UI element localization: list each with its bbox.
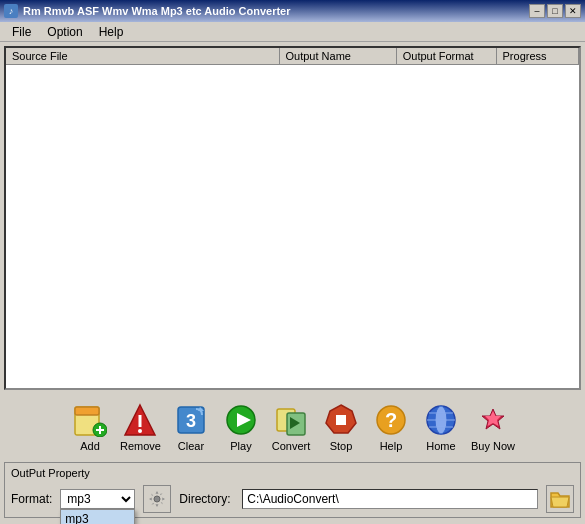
format-label: Format:: [11, 492, 52, 506]
maximize-button[interactable]: □: [547, 4, 563, 18]
clear-button[interactable]: 3 Clear: [169, 400, 213, 454]
help-icon: ?: [373, 402, 409, 438]
play-label: Play: [230, 440, 251, 452]
file-list-container: Source File Output Name Output Format Pr…: [4, 46, 581, 390]
title-bar: ♪ Rm Rmvb ASF Wmv Wma Mp3 etc Audio Conv…: [0, 0, 585, 22]
svg-text:3: 3: [186, 411, 196, 431]
close-button[interactable]: ✕: [565, 4, 581, 18]
clear-label: Clear: [178, 440, 204, 452]
svg-point-23: [154, 496, 160, 502]
output-property-title: OutPut Property: [11, 467, 574, 479]
format-select-wrapper: mp3 wav wma ogg mp3 wav wma ogg: [60, 489, 135, 509]
buynow-icon: [475, 402, 511, 438]
toolbar: Add Remove 3 Clear: [4, 394, 581, 460]
directory-input[interactable]: [242, 489, 538, 509]
remove-icon: [122, 402, 158, 438]
app-icon: ♪: [4, 4, 18, 18]
stop-icon: [323, 402, 359, 438]
remove-label: Remove: [120, 440, 161, 452]
col-source-file: Source File: [6, 48, 280, 64]
gear-button[interactable]: [143, 485, 171, 513]
svg-rect-1: [75, 407, 99, 415]
svg-text:?: ?: [385, 409, 397, 431]
col-output-format: Output Format: [397, 48, 497, 64]
convert-label: Convert: [272, 440, 311, 452]
dropdown-item-mp3[interactable]: mp3: [61, 510, 134, 524]
svg-point-7: [138, 429, 142, 433]
add-button[interactable]: Add: [68, 400, 112, 454]
help-button[interactable]: ? Help: [369, 400, 413, 454]
buynow-label: Buy Now: [471, 440, 515, 452]
play-button[interactable]: Play: [219, 400, 263, 454]
format-select[interactable]: mp3 wav wma ogg: [60, 489, 135, 509]
menu-help[interactable]: Help: [91, 23, 132, 41]
home-label: Home: [426, 440, 455, 452]
menu-file[interactable]: File: [4, 23, 39, 41]
app-title: Rm Rmvb ASF Wmv Wma Mp3 etc Audio Conver…: [23, 5, 291, 17]
stop-button[interactable]: Stop: [319, 400, 363, 454]
main-window: Source File Output Name Output Format Pr…: [0, 42, 585, 524]
directory-label: Directory:: [179, 492, 234, 506]
svg-rect-15: [336, 415, 346, 425]
play-icon: [223, 402, 259, 438]
folder-icon: [549, 489, 571, 509]
file-list-header: Source File Output Name Output Format Pr…: [6, 48, 579, 65]
menu-option[interactable]: Option: [39, 23, 90, 41]
format-dropdown-popup[interactable]: mp3 wav wma ogg: [60, 509, 135, 524]
title-buttons: – □ ✕: [529, 4, 581, 18]
property-row: Format: mp3 wav wma ogg mp3 wav wma ogg: [11, 485, 574, 513]
title-bar-left: ♪ Rm Rmvb ASF Wmv Wma Mp3 etc Audio Conv…: [4, 4, 291, 18]
clear-icon: 3: [173, 402, 209, 438]
add-label: Add: [80, 440, 100, 452]
help-label: Help: [380, 440, 403, 452]
browse-folder-button[interactable]: [546, 485, 574, 513]
home-icon: [423, 402, 459, 438]
convert-button[interactable]: Convert: [269, 400, 313, 454]
home-button[interactable]: Home: [419, 400, 463, 454]
col-progress: Progress: [497, 48, 579, 64]
output-property: OutPut Property Format: mp3 wav wma ogg …: [4, 462, 581, 518]
add-icon: [72, 402, 108, 438]
file-list-body[interactable]: [6, 65, 579, 383]
remove-button[interactable]: Remove: [118, 400, 163, 454]
minimize-button[interactable]: –: [529, 4, 545, 18]
menu-bar: File Option Help: [0, 22, 585, 42]
buynow-button[interactable]: Buy Now: [469, 400, 517, 454]
convert-icon: [273, 402, 309, 438]
col-output-name: Output Name: [280, 48, 397, 64]
stop-label: Stop: [330, 440, 353, 452]
gear-icon: [147, 489, 167, 509]
